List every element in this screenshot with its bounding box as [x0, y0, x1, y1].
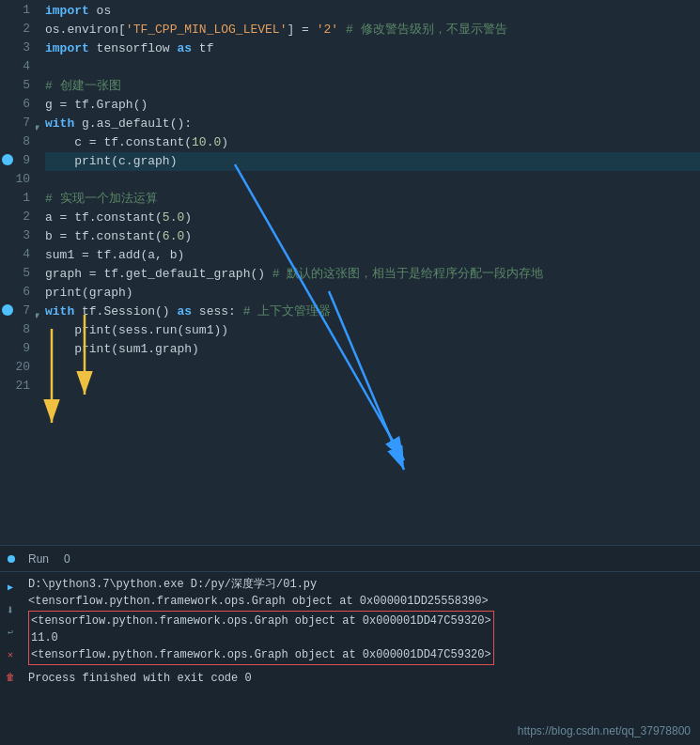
code-line-20	[45, 359, 700, 378]
code-line-7: ▼with g.as_default():	[45, 115, 700, 133]
gutter-line-11: 1	[0, 188, 36, 207]
gutter-line-19: 9	[0, 338, 36, 357]
code-line-10	[45, 171, 700, 190]
code-line-16: print(graph)	[45, 284, 700, 303]
gutter-line-14: 4	[0, 244, 36, 263]
terminal-output-3: 11.0	[31, 629, 491, 646]
line-gutter: 1 2 3 4 5 6 7 8 9 10 1 2 3 4 5 6 7 8 9 2…	[0, 0, 36, 545]
code-line-19: print(sum1.graph)	[45, 340, 700, 359]
terminal-highlighted-box: <tensorflow.python.framework.ops.Graph o…	[28, 611, 494, 665]
code-line-14: sum1 = tf.add(a, b)	[45, 246, 700, 265]
terminal-output-1: <tensorflow.python.framework.ops.Graph o…	[28, 593, 692, 610]
gutter-line-21: 21	[0, 376, 36, 395]
code-line-2: os.environ['TF_CPP_MIN_LOG_LEVEL'] = '2'…	[45, 21, 700, 39]
gutter-line-16: 6	[0, 282, 36, 301]
sidebar-icon-4[interactable]: ✕	[3, 647, 18, 662]
terminal-output-4: <tensorflow.python.framework.ops.Graph o…	[31, 646, 491, 663]
gutter-line-15: 5	[0, 263, 36, 282]
terminal-exit-message: Process finished with exit code 0	[28, 670, 692, 687]
terminal-content: D:\python3.7\python.exe D:/py/深度学习/01.py…	[21, 572, 700, 691]
gutter-line-13: 3	[0, 225, 36, 244]
code-line-8: c = tf.constant(10.0)	[45, 133, 700, 152]
terminal-tab-run[interactable]: Run	[21, 551, 56, 567]
gutter-line-3: 3	[0, 38, 36, 56]
code-line-17: ▼with tf.Session() as sess: # 上下文管理器	[45, 303, 700, 321]
editor-area: 1 2 3 4 5 6 7 8 9 10 1 2 3 4 5 6 7 8 9 2…	[0, 0, 700, 545]
terminal-command-line: D:\python3.7\python.exe D:/py/深度学习/01.py	[28, 576, 692, 593]
gutter-line-9: 9	[0, 150, 36, 169]
gutter-line-2: 2	[0, 19, 36, 38]
terminal-toolbar: Run 0	[0, 546, 700, 572]
code-line-6: g = tf.Graph()	[45, 96, 700, 115]
sidebar-icon-2[interactable]: ⬇	[3, 602, 18, 617]
gutter-line-10: 10	[0, 169, 36, 188]
code-line-1: import os	[45, 2, 700, 21]
run-dot-indicator	[8, 555, 15, 563]
code-line-13: b = tf.constant(6.0)	[45, 227, 700, 246]
gutter-line-17: 7	[0, 301, 36, 319]
code-line-3: import tensorflow as tf	[45, 39, 700, 58]
gutter-line-12: 2	[0, 207, 36, 225]
terminal-tab-num: 0	[56, 551, 78, 567]
sidebar-icon-5[interactable]: 🗑	[3, 670, 18, 685]
gutter-line-20: 20	[0, 357, 36, 376]
gutter-line-7: 7	[0, 113, 36, 132]
code-line-4	[45, 58, 700, 77]
gutter-line-8: 8	[0, 132, 36, 150]
gutter-line-6: 6	[0, 94, 36, 113]
gutter-line-4: 4	[0, 56, 36, 75]
sidebar-icon-3[interactable]: ↩	[3, 625, 18, 640]
code-line-9: print(c.graph)	[45, 152, 700, 171]
terminal-sidebar: ▶ ⬇ ↩ ✕ 🗑	[0, 572, 21, 745]
terminal-area: Run 0 ▶ ⬇ ↩ ✕ 🗑 D:\python3.7\python.exe …	[0, 545, 700, 745]
terminal-output-2: <tensorflow.python.framework.ops.Graph o…	[31, 613, 491, 629]
watermark: https://blog.csdn.net/qq_37978800	[518, 724, 691, 737]
breakpoint-dot-17	[2, 304, 13, 316]
code-line-15: graph = tf.get_default_graph() # 默认的这张图，…	[45, 265, 700, 284]
code-line-5: # 创建一张图	[45, 77, 700, 96]
gutter-line-18: 8	[0, 319, 36, 338]
breakpoint-dot-9	[2, 154, 13, 165]
code-line-18: print(sess.run(sum1))	[45, 321, 700, 340]
code-line-12: a = tf.constant(5.0)	[45, 209, 700, 227]
code-line-21	[45, 378, 700, 396]
code-line-11: # 实现一个加法运算	[45, 190, 700, 209]
code-content[interactable]: import os os.environ['TF_CPP_MIN_LOG_LEV…	[36, 0, 700, 545]
sidebar-icon-1[interactable]: ▶	[3, 580, 18, 595]
gutter-line-1: 1	[0, 0, 36, 19]
gutter-line-5: 5	[0, 75, 36, 94]
